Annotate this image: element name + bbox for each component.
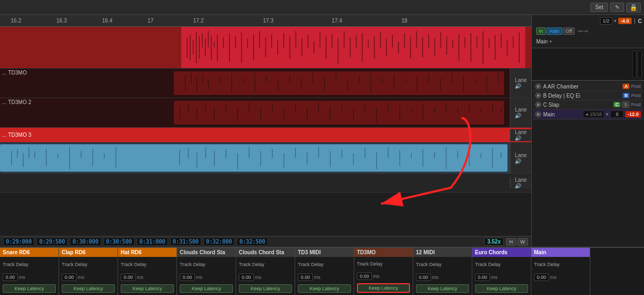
ruler-mark-162: 16.2 <box>11 18 21 24</box>
bt-12midi: 12 MIDI Track Delay 0.00 ms Keep Latency <box>413 248 472 295</box>
off-button[interactable]: Off <box>563 27 575 35</box>
track-td3mo[interactable]: ... TD3MO <box>0 69 531 98</box>
main-dropdown[interactable]: ▾ <box>550 39 552 44</box>
bt-snare-delay-label: Track Delay <box>3 262 28 267</box>
lane-td3mo3: Lane🔊 <box>510 129 531 141</box>
middle-area: 16.2 16.3 16.4 17 17.2 17.3 17.4 18 <box>0 15 644 247</box>
fraction-display: 1/2 <box>600 17 612 25</box>
td3mo2-label: ... TD3MO 2 <box>2 99 31 105</box>
ruler-mark-164: 16.4 <box>102 18 112 24</box>
bt-snare-val[interactable]: 0.00 <box>3 274 18 281</box>
ruler-mark-172: 17.2 <box>193 18 203 24</box>
inst-badge-c: C <box>613 102 620 107</box>
bt-main: Main Track Delay 0.00 ms <box>531 248 590 295</box>
time-pos-5: 0:31:000 <box>137 238 168 246</box>
iao-row: In Auto Off -∞ -∞ <box>534 26 642 36</box>
time-pos-4: 0:30:500 <box>104 238 135 246</box>
inst-name-main: Main <box>543 112 581 117</box>
bt-euro-ms: ms <box>491 275 497 280</box>
play-btn-c[interactable]: ▶ <box>535 101 541 108</box>
ruler-mark-18: 18 <box>401 18 407 24</box>
bt-td3mo-header: TD3MO <box>354 248 413 257</box>
instrument-a-ar-chamber[interactable]: ▶ A AR Chamber A Post <box>533 82 643 91</box>
bt-clouds1-keep[interactable]: Keep Latency <box>180 284 233 293</box>
nav-dropdown[interactable]: ▾ <box>606 112 609 117</box>
bt-euro-value-row: 0.00 ms <box>472 271 531 284</box>
bt-clap-header: Clap RD6 <box>59 248 118 257</box>
bt-hat-val[interactable]: 0.00 <box>121 274 136 281</box>
bt-td3mo-value-row: 0.00 ms <box>354 271 413 283</box>
bt-snare-keep[interactable]: Keep Latency <box>3 284 56 293</box>
play-btn-b[interactable]: ▶ <box>535 92 541 99</box>
time-pos-2: 0:29:500 <box>36 238 68 246</box>
bt-main-ms: ms <box>550 275 557 280</box>
td3mo3-label: ... TD3MO 3 <box>0 132 33 138</box>
bt-12midi-header: 12 MIDI <box>413 248 472 257</box>
waveform-red-main <box>0 27 531 68</box>
bt-12midi-ms: ms <box>432 275 438 280</box>
bt-clouds2-keep[interactable]: Keep Latency <box>239 284 292 293</box>
waveform-lightblue <box>0 143 510 173</box>
bt-clouds2-val[interactable]: 0.00 <box>239 274 254 281</box>
lock-button[interactable]: 🔒 <box>626 3 641 12</box>
inst-s-c[interactable]: S <box>622 101 630 108</box>
bt-clap-val[interactable]: 0.00 <box>62 274 77 281</box>
h-button[interactable]: H <box>506 238 516 246</box>
bt-td3mo-val[interactable]: 0.00 <box>357 272 372 280</box>
instrument-main[interactable]: ▶ Main ◂ 15/16 ▾ 0 -12.0 <box>533 109 643 120</box>
bt-td3midi-delay-row: Track Delay <box>295 257 354 271</box>
bt-main-delay-label: Track Delay <box>534 262 560 267</box>
bt-clap-keep[interactable]: Keep Latency <box>62 284 115 293</box>
bt-clouds1-delay-row: Track Delay <box>177 257 236 271</box>
ruler-mark-17: 17 <box>148 18 153 24</box>
bt-td3mo-delay-label: Track Delay <box>357 261 383 267</box>
bt-euro-delay-label: Track Delay <box>475 262 501 267</box>
play-btn-a[interactable]: ▶ <box>535 83 541 90</box>
bt-hat: Hat RD6 Track Delay 0.00 ms Keep Latency <box>118 248 177 295</box>
bt-euro-val[interactable]: 0.00 <box>475 274 490 281</box>
bt-12midi-keep[interactable]: Keep Latency <box>416 284 469 293</box>
ruler-mark-173: 17.3 <box>263 18 273 24</box>
track-td3mo2[interactable]: ... TD3MO 2 <box>0 98 531 128</box>
lane-gray: Lane🔊 <box>510 177 531 189</box>
bt-clap: Clap RD6 Track Delay 0.00 ms Keep Latenc… <box>59 248 118 295</box>
main-label: Main <box>536 39 548 45</box>
bt-clap-delay-row: Track Delay <box>59 257 118 271</box>
in-button[interactable]: In <box>536 27 546 35</box>
bt-clouds1-val[interactable]: 0.00 <box>180 274 195 281</box>
bt-clouds1: Clouds Chord Sta Track Delay 0.00 ms Kee… <box>177 248 236 295</box>
set-button[interactable]: Set <box>590 3 608 12</box>
track-light-blue[interactable]: Lane🔊 <box>0 143 531 174</box>
bt-td3midi-value-row: 0.00 ms <box>295 271 354 284</box>
svg-rect-0 <box>181 27 525 68</box>
play-btn-main[interactable]: ▶ <box>535 111 541 117</box>
bt-td3mo-keep[interactable]: Keep Latency <box>357 283 410 293</box>
track-red-main[interactable] <box>0 27 531 69</box>
w-button[interactable]: W <box>517 238 529 246</box>
bt-euro: Euro Chords Track Delay 0.00 ms Keep Lat… <box>472 248 531 295</box>
instrument-b-delay[interactable]: ▶ B Delay | EQ Ei B Post <box>533 91 643 100</box>
bt-clouds2-header: Clouds Chord Sta <box>236 248 295 257</box>
lane-td3mo2: Lane🔊 <box>510 98 531 127</box>
bt-12midi-val[interactable]: 0.00 <box>416 274 431 281</box>
bt-euro-keep[interactable]: Keep Latency <box>475 284 528 293</box>
bt-euro-header: Euro Chords <box>472 248 531 257</box>
auto-button[interactable]: Auto <box>546 27 563 35</box>
inst-name-c: C Slap <box>543 102 612 108</box>
bt-clouds1-ms: ms <box>196 275 202 280</box>
bt-hat-header: Hat RD6 <box>118 248 177 257</box>
pencil-button[interactable]: ✎ <box>610 3 624 12</box>
bt-main-val[interactable]: 0.00 <box>534 274 549 281</box>
bt-td3midi-val[interactable]: 0.00 <box>298 274 313 281</box>
main-view: Set ✎ 🔒 16.2 16.3 16.4 17 17.2 17.3 17.4… <box>0 0 644 295</box>
track-td3mo3[interactable]: ... TD3MO 3 Lane🔊 <box>0 128 531 143</box>
instrument-c-slap[interactable]: ▶ C Slap C S Post <box>533 100 643 109</box>
bt-euro-delay-row: Track Delay <box>472 257 531 271</box>
inst-name-a: A AR Chamber <box>543 84 621 90</box>
bt-hat-keep[interactable]: Keep Latency <box>121 284 174 293</box>
bt-td3midi-keep[interactable]: Keep Latency <box>298 284 351 293</box>
track-gray-lane[interactable]: Lane🔊 <box>0 174 531 193</box>
instrument-list: ▶ A AR Chamber A Post ▶ B Delay | EQ Ei … <box>532 80 644 247</box>
bt-clouds2-ms: ms <box>255 275 261 280</box>
bt-td3midi: TD3 MIDI Track Delay 0.00 ms Keep Latenc… <box>295 248 354 295</box>
